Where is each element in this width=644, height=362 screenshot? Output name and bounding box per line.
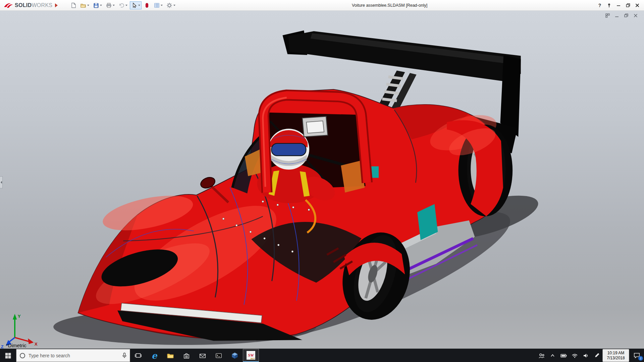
spreadsheet-icon [154,2,160,8]
doc-close-button[interactable] [632,13,639,18]
options-button[interactable] [165,1,177,9]
solidworks-2017-button[interactable]: SW 2017 [243,349,259,362]
minimize-button[interactable] [614,1,623,10]
windows-taskbar: e [0,349,644,362]
doc-minimize-icon [614,13,619,18]
triad-x-label: X [35,342,38,347]
solidworks-cube-button[interactable] [227,349,243,362]
doc-restore-icon [624,13,629,18]
system-tray: 10:19 AM 7/13/2018 2 [536,349,644,362]
ds-logo-icon [3,2,13,9]
solidworks-app-icon: SW 2017 [247,351,255,360]
save-dropdown-caret[interactable] [100,5,102,6]
menu-flyout-arrow[interactable] [55,3,58,7]
air-intake [302,116,328,137]
wifi-icon [571,352,578,359]
maximize-button[interactable] [623,1,633,10]
solidworks-logo: SOLIDWORKS [2,2,52,9]
open-button[interactable] [79,1,91,9]
task-view-icon [135,352,142,359]
brand-solid: SOLID [15,2,32,8]
gear-icon [166,2,172,8]
doc-close-icon [633,13,638,18]
select-cursor-icon [131,2,137,8]
clock-date: 7/13/2018 [607,356,625,361]
print-button[interactable] [104,1,116,9]
pin-button[interactable] [604,1,614,10]
taskbar-search[interactable] [16,349,130,362]
design-table-button[interactable] [152,1,164,9]
document-title: Voiture assemblee.SLDASM [Read-only] [352,3,427,8]
triad-y-label: Y [18,314,21,319]
view-orientation-label: *Dimetric [6,343,26,348]
new-document-button[interactable] [69,1,78,9]
people-icon [538,352,545,359]
search-input[interactable] [29,353,119,358]
titlebar: SOLIDWORKS [0,0,644,11]
undo-button[interactable] [117,1,129,9]
brand-works: WORKS [32,2,52,8]
taskbar-clock[interactable]: 10:19 AM 7/13/2018 [602,349,629,362]
pin-icon [606,3,612,8]
windows-logo-icon [5,352,11,359]
help-button[interactable]: ? [595,1,604,10]
quick-toolbar [69,1,177,9]
edge-icon: e [152,351,157,360]
print-icon [106,2,112,8]
command-prompt-icon [215,352,222,359]
volume-button[interactable] [580,349,591,362]
save-button[interactable] [92,1,103,9]
speaker-icon [583,352,589,359]
doc-restore-button[interactable] [623,13,630,18]
store-bag-icon [183,352,190,359]
cortana-icon [19,352,26,359]
mail-button[interactable] [195,349,211,362]
task-view-button[interactable] [130,349,146,362]
tray-overflow-button[interactable] [547,349,558,362]
action-center-button[interactable]: 2 [629,349,644,362]
minimize-icon [616,3,621,8]
microphone-icon[interactable] [122,352,127,359]
notification-badge: 2 [638,356,643,361]
options-dropdown-caret[interactable] [173,5,175,6]
solidworks-rx-button[interactable] [143,1,151,9]
battery-icon [560,352,567,359]
cube-icon [231,352,238,359]
folder-icon [167,352,174,359]
mail-icon [199,352,206,359]
select-tool-button[interactable] [130,1,142,9]
start-button[interactable] [0,349,16,362]
print-dropdown-caret[interactable] [113,5,115,6]
undo-icon [118,2,124,8]
network-button[interactable] [569,349,580,362]
command-prompt-button[interactable] [211,349,227,362]
close-icon [635,3,640,8]
people-button[interactable] [536,349,547,362]
graphics-area[interactable]: Y X Z *Dimetric [0,11,644,349]
window-grid-icon [605,13,610,18]
doc-minimize-button[interactable] [613,13,621,18]
pen-settings-button[interactable] [591,349,602,362]
3d-model-canvas[interactable]: Y X Z [0,11,644,349]
panel-collapse-handle[interactable] [0,176,3,188]
store-button[interactable] [178,349,195,362]
restore-icon [625,3,631,8]
undo-dropdown-caret[interactable] [125,5,127,6]
document-window-controls [604,13,639,18]
clock-time: 10:19 AM [607,351,625,356]
open-folder-icon [80,2,86,8]
edge-button[interactable]: e [146,349,162,362]
select-dropdown-caret[interactable] [138,5,140,6]
red-capsule-icon [144,2,150,8]
file-explorer-button[interactable] [162,349,178,362]
desktop-screen: SOLIDWORKS [0,0,644,362]
new-document-icon [70,2,76,8]
open-dropdown-caret[interactable] [87,5,89,6]
design-table-dropdown-caret[interactable] [161,5,163,6]
triad-z-label: Z [1,344,3,349]
save-icon [93,2,99,8]
doc-window-menu-button[interactable] [604,13,611,18]
close-button[interactable] [633,1,642,10]
window-controls: ? [595,1,642,10]
battery-button[interactable] [558,349,569,362]
